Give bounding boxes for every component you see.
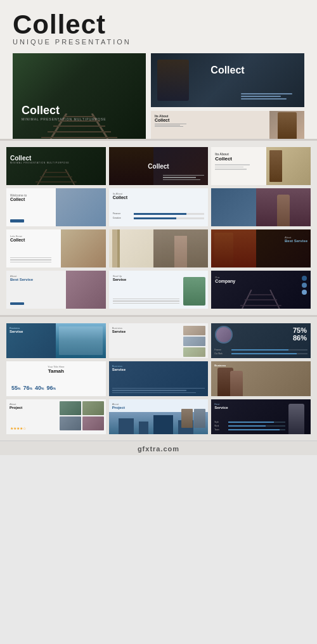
hero-about-lines xyxy=(155,124,186,127)
slide11-img xyxy=(183,277,205,306)
slide-b3-pct2: 86% xyxy=(293,334,307,342)
slide11-lines xyxy=(113,299,180,304)
slide-b5: Business Servise xyxy=(109,361,209,396)
slide-b5-lines xyxy=(112,388,205,394)
slide9-text: About Best Servise xyxy=(285,236,307,243)
slide12-icons xyxy=(302,276,307,295)
slide-thumb-4: Welcome to Collect xyxy=(6,188,106,226)
slide-b4: Your Title Here Tamah 55% 76% 40% 96% xyxy=(6,361,106,396)
slide12-text: Our Company xyxy=(215,276,235,283)
slide-b3-pct1: 75% xyxy=(293,326,307,334)
slide-b7-photos xyxy=(60,401,104,430)
grid-section-1: Collect MINIMAL PRESENTATION MULTIPURPOS… xyxy=(0,141,317,315)
slide-b6: Business xyxy=(211,361,311,396)
slide12-tracks xyxy=(211,290,311,309)
slide-b9: Best Service Style Work Team xyxy=(211,399,311,434)
slide4-text: Welcome to Collect xyxy=(10,193,27,202)
hero-about-text: Its About Collect xyxy=(155,114,186,127)
footer-watermark: gfxtra.com xyxy=(0,441,317,455)
hero-about-title: Collect xyxy=(155,118,186,122)
slide4-img xyxy=(56,188,105,226)
slide-b8: About Project xyxy=(109,399,209,434)
slide5-label: Its About Collect xyxy=(113,192,127,200)
slide6-person xyxy=(256,188,311,226)
slide-grid-2: Business Servise Business Servise xyxy=(6,323,311,434)
slide-b3-avatar xyxy=(215,326,233,344)
slide-b5-text: Business Servise xyxy=(112,364,126,371)
slide-thumb-12: Our Company xyxy=(211,271,311,309)
slide8-right xyxy=(153,229,208,267)
slide-b2: Business Servise xyxy=(109,323,209,358)
slide1-tracks xyxy=(6,169,106,185)
slide-b4-text: Your Title Here Tamah xyxy=(10,365,102,374)
hero-right-title: Collect xyxy=(210,65,244,76)
slide-thumb-2: Collect xyxy=(109,147,209,185)
slide4-btn xyxy=(10,219,24,222)
slide9-person xyxy=(214,233,233,267)
slide8-person xyxy=(174,236,187,267)
slide10-text: About Best Servise xyxy=(10,274,33,281)
hero-right-text-lines xyxy=(241,93,298,101)
slide-b9-bars: Style Work Team xyxy=(214,421,285,431)
slide10-img xyxy=(66,271,106,309)
slide-grid-1: Collect MINIMAL PRESENTATION MULTIPURPOS… xyxy=(6,147,311,309)
slide-b9-man xyxy=(288,404,304,434)
hero-main-sub: MINIMAL PRESENTATION MULTIPURPOSE xyxy=(22,117,107,121)
hero-right: Collect Its About Collect xyxy=(151,53,304,139)
hero-about-img xyxy=(269,111,304,139)
slide-b3-bars: Finance Our Work xyxy=(214,349,307,355)
hero-right-bottom-slide: Its About Collect xyxy=(151,111,304,139)
slide-b3-percents: 75% 86% xyxy=(293,326,307,342)
slide-b7: About Project ★★★★☆ xyxy=(6,399,106,434)
slide-thumb-10: About Best Servise xyxy=(6,271,106,309)
slide5-bars: Finance Creative xyxy=(113,212,205,221)
slide1-title: Collect MINIMAL PRESENTATION MULTIPURPOS… xyxy=(10,155,69,164)
slide-b2-text: Business Servise xyxy=(112,326,126,333)
slide-b1-text: Business Servise xyxy=(10,326,23,333)
hero-right-top-slide: Collect xyxy=(151,53,304,107)
header-section: Collect UNIQUE PRESENTATION Collect MINI… xyxy=(0,0,317,139)
slide-thumb-8 xyxy=(109,229,209,267)
slide3-lines xyxy=(215,164,250,170)
slide-thumb-1: Collect MINIMAL PRESENTATION MULTIPURPOS… xyxy=(6,147,106,185)
slide-b1: Business Servise xyxy=(6,323,106,358)
slide7-text: Lets Know Collect xyxy=(10,235,25,242)
slide-b2-photos xyxy=(183,326,205,357)
hero-main-overlay: Collect MINIMAL PRESENTATION MULTIPURPOS… xyxy=(22,105,107,121)
slide-thumb-11: Start Up Servise xyxy=(109,271,209,309)
slide-b3: 75% 86% Finance Our Work xyxy=(211,323,311,358)
slide-b7-text: About Project xyxy=(10,402,22,409)
slide-thumb-3: Its About Collect xyxy=(211,147,311,185)
slide7-img xyxy=(61,229,105,267)
slide-b6-photo: Business xyxy=(211,361,311,396)
hero-preview: Collect MINIMAL PRESENTATION MULTIPURPOS… xyxy=(13,53,304,139)
slide-b1-waterfall xyxy=(56,323,105,358)
slide2-lines xyxy=(163,175,204,181)
slide-b8-label: About Project xyxy=(112,402,125,409)
slide3-arch-img xyxy=(266,147,311,185)
slide2-dark-left xyxy=(109,147,154,185)
bottom-grid-section: Business Servise Business Servise xyxy=(0,317,317,441)
slide2-title: Collect xyxy=(148,163,169,170)
slide-b8-people xyxy=(181,409,205,428)
slide7-lines xyxy=(10,257,51,263)
slide10-btn xyxy=(10,302,24,305)
slide-thumb-6 xyxy=(211,188,311,226)
slide11-text: Start Up Servise xyxy=(113,274,126,281)
slide-b9-text: Best Service xyxy=(214,402,228,409)
footer-url: gfxtra.com xyxy=(0,445,317,453)
slide8-columns xyxy=(112,229,120,267)
slide3-text: Its About Collect xyxy=(215,152,250,170)
hero-main-slide: Collect MINIMAL PRESENTATION MULTIPURPOS… xyxy=(13,53,146,139)
slide-thumb-7: Lets Know Collect xyxy=(6,229,106,267)
slide-b4-stats: 55% 76% 40% 96% xyxy=(11,385,101,391)
hero-main-title: Collect xyxy=(22,105,107,116)
slide-thumb-9: About Best Servise xyxy=(211,229,311,267)
slide-thumb-5: Its About Collect Finance Creative xyxy=(109,188,209,226)
slide-b7-stars: ★★★★☆ xyxy=(10,426,26,430)
